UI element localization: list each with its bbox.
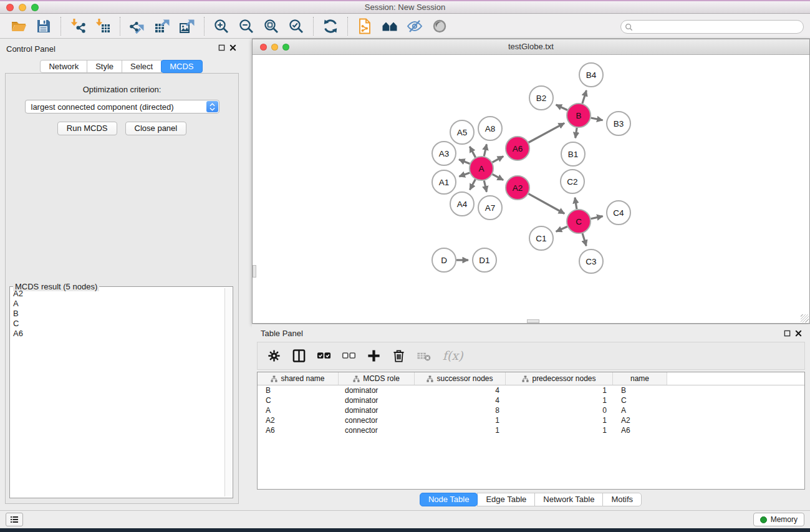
node-B2[interactable]: B2 bbox=[529, 86, 553, 110]
table-row[interactable]: A6connector11A6 bbox=[258, 425, 804, 435]
table-cell[interactable]: 1 bbox=[415, 416, 506, 425]
table-row[interactable]: Adominator80A bbox=[258, 405, 804, 415]
open-file-button[interactable] bbox=[6, 16, 31, 37]
result-item[interactable]: C bbox=[11, 319, 224, 329]
zoom-window-button[interactable] bbox=[31, 4, 39, 11]
network-minimize-button[interactable] bbox=[271, 44, 278, 51]
network-window-titlebar[interactable]: testGlobe.txt bbox=[253, 39, 809, 55]
task-history-button[interactable] bbox=[6, 513, 23, 526]
float-panel-icon[interactable] bbox=[218, 44, 226, 52]
column-header-successor-nodes[interactable]: successor nodes bbox=[415, 372, 506, 385]
node-B1[interactable]: B1 bbox=[561, 142, 585, 166]
table-cell[interactable]: 1 bbox=[506, 416, 613, 425]
table-cell[interactable]: A6 bbox=[258, 426, 339, 435]
export-image-button[interactable] bbox=[175, 16, 200, 37]
select-all-button[interactable] bbox=[316, 347, 332, 364]
network-close-button[interactable] bbox=[260, 44, 267, 51]
column-header-name[interactable]: name bbox=[613, 372, 667, 385]
node-C[interactable]: C bbox=[567, 210, 591, 233]
node-B4[interactable]: B4 bbox=[579, 63, 603, 87]
node-D[interactable]: D bbox=[432, 248, 456, 272]
node-A1[interactable]: A1 bbox=[432, 170, 456, 194]
export-network-button[interactable] bbox=[125, 16, 150, 37]
table-close-panel-icon[interactable] bbox=[794, 329, 803, 337]
tab-select[interactable]: Select bbox=[122, 60, 162, 73]
table-cell[interactable]: 1 bbox=[415, 426, 506, 435]
table-cell[interactable]: A bbox=[613, 406, 667, 415]
zoom-fit-button[interactable] bbox=[259, 16, 284, 37]
import-network-button[interactable] bbox=[65, 16, 90, 37]
hide-selected-button[interactable] bbox=[402, 16, 427, 37]
table-cell[interactable]: 8 bbox=[415, 406, 506, 415]
table-cell[interactable]: 0 bbox=[506, 406, 613, 415]
criterion-dropdown[interactable]: largest connected component (directed) bbox=[25, 100, 219, 114]
node-A5[interactable]: A5 bbox=[450, 120, 474, 144]
table-row[interactable]: Cdominator41C bbox=[258, 395, 804, 405]
tab-node-table[interactable]: Node Table bbox=[420, 493, 478, 506]
run-mcds-button[interactable]: Run MCDS bbox=[57, 122, 117, 135]
delete-row-button[interactable] bbox=[390, 347, 407, 364]
result-item[interactable]: B bbox=[11, 309, 224, 319]
close-panel-icon[interactable] bbox=[229, 44, 237, 52]
zoom-out-button[interactable] bbox=[234, 16, 259, 37]
table-options-button[interactable] bbox=[266, 347, 282, 364]
network-zoom-button[interactable] bbox=[282, 44, 289, 51]
table-cell[interactable]: dominator bbox=[339, 386, 415, 395]
table-cell[interactable]: A2 bbox=[613, 416, 667, 425]
node-C1[interactable]: C1 bbox=[529, 226, 553, 250]
left-splitter-handle[interactable] bbox=[253, 265, 256, 278]
node-C4[interactable]: C4 bbox=[607, 201, 630, 225]
table-cell[interactable]: B bbox=[613, 386, 667, 395]
node-A2[interactable]: A2 bbox=[506, 176, 529, 200]
node-A8[interactable]: A8 bbox=[478, 117, 502, 140]
column-header-shared-name[interactable]: shared name bbox=[258, 372, 339, 385]
tab-network-table[interactable]: Network Table bbox=[534, 493, 603, 506]
table-float-panel-icon[interactable] bbox=[783, 329, 791, 337]
table-cell[interactable]: dominator bbox=[339, 396, 415, 405]
table-cell[interactable]: B bbox=[258, 386, 339, 395]
table-row[interactable]: Bdominator41B bbox=[258, 385, 804, 395]
tab-network[interactable]: Network bbox=[40, 60, 87, 73]
node-A7[interactable]: A7 bbox=[478, 196, 502, 220]
table-cell[interactable]: C bbox=[613, 396, 667, 405]
node-A6[interactable]: A6 bbox=[506, 137, 529, 160]
table-cell[interactable]: 1 bbox=[506, 396, 613, 405]
column-header-predecessor-nodes[interactable]: predecessor nodes bbox=[506, 372, 613, 385]
result-scrollbar[interactable] bbox=[224, 288, 231, 496]
table-cell[interactable]: 4 bbox=[415, 396, 506, 405]
search-input[interactable] bbox=[635, 21, 803, 32]
memory-button[interactable]: Memory bbox=[753, 513, 804, 526]
node-A3[interactable]: A3 bbox=[432, 142, 456, 165]
table-cell[interactable]: 1 bbox=[506, 426, 613, 435]
tab-edge-table[interactable]: Edge Table bbox=[477, 493, 535, 506]
column-header-MCDS-role[interactable]: MCDS role bbox=[339, 372, 415, 385]
search-field[interactable] bbox=[620, 20, 804, 34]
tab-motifs[interactable]: Motifs bbox=[602, 493, 642, 506]
node-C3[interactable]: C3 bbox=[579, 249, 603, 273]
table-cell[interactable]: A2 bbox=[258, 416, 339, 425]
table-cell[interactable]: A6 bbox=[613, 426, 667, 435]
node-B[interactable]: B bbox=[567, 104, 591, 127]
network-canvas[interactable]: AA1A2A3A4A5A6A7A8BB1B2B3B4CC1C2C3C4DD1 bbox=[253, 55, 809, 323]
node-A4[interactable]: A4 bbox=[450, 192, 474, 216]
node-D1[interactable]: D1 bbox=[473, 248, 496, 272]
result-item[interactable]: A bbox=[11, 299, 224, 309]
table-row[interactable]: A2connector11A2 bbox=[258, 415, 804, 425]
bottom-splitter-handle[interactable] bbox=[527, 319, 539, 323]
resize-grip-icon[interactable] bbox=[801, 314, 809, 322]
save-session-button[interactable] bbox=[31, 16, 56, 37]
zoom-in-button[interactable] bbox=[209, 16, 234, 37]
first-neighbors-button[interactable] bbox=[377, 16, 402, 37]
tab-style[interactable]: Style bbox=[87, 60, 122, 73]
table-cell[interactable]: connector bbox=[339, 416, 415, 425]
node-C2[interactable]: C2 bbox=[561, 170, 584, 193]
close-window-button[interactable] bbox=[6, 4, 14, 11]
result-item[interactable]: A6 bbox=[11, 329, 224, 339]
add-column-button[interactable] bbox=[365, 347, 382, 364]
zoom-selected-button[interactable] bbox=[284, 16, 309, 37]
show-all-button[interactable] bbox=[427, 16, 452, 37]
table-cell[interactable]: connector bbox=[339, 426, 415, 435]
deselect-all-button[interactable] bbox=[340, 347, 357, 364]
new-network-from-selection-button[interactable] bbox=[352, 16, 377, 37]
table-cell[interactable]: A bbox=[258, 406, 339, 415]
